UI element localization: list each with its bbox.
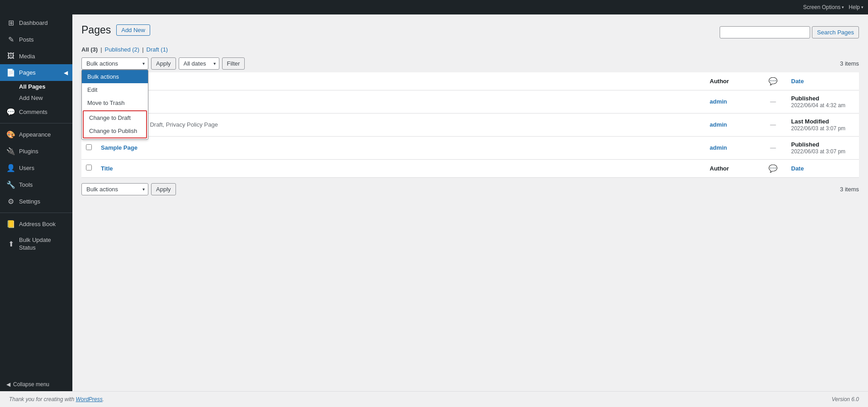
row-date-cell: Last Modified 2022/06/03 at 3:07 pm bbox=[787, 113, 859, 136]
row-comments-cell: — bbox=[759, 90, 787, 113]
add-new-button[interactable]: Add New bbox=[116, 24, 150, 36]
collapse-label: Collapse menu bbox=[13, 381, 49, 388]
dropdown-item-move-to-trash[interactable]: Move to Trash bbox=[82, 96, 148, 109]
comments-icon: 💬 bbox=[6, 108, 15, 116]
filter-link-draft[interactable]: Draft (1) bbox=[147, 46, 168, 53]
footer-checkbox-cell bbox=[81, 159, 96, 177]
screen-options-label: Screen Options bbox=[803, 4, 841, 10]
header-author: Author bbox=[705, 72, 759, 90]
sidebar-divider-2 bbox=[0, 213, 72, 213]
table-row: Privacy Policy — Draft, Privacy Policy P… bbox=[81, 113, 859, 136]
bulk-actions-dropdown: Bulk actions Edit Move to Trash Change t… bbox=[81, 70, 148, 140]
help-label: Help bbox=[849, 4, 860, 10]
comments-value: — bbox=[770, 144, 776, 151]
screen-options-button[interactable]: Screen Options ▾ bbox=[803, 4, 844, 10]
sidebar: ⊞ Dashboard ✎ Posts 🖼 Media 📄 Pages ◀ Al… bbox=[0, 14, 72, 391]
sidebar-item-plugins[interactable]: 🔌 Plugins bbox=[0, 143, 72, 160]
select-all-bottom-checkbox[interactable] bbox=[86, 165, 92, 170]
footer-thank-you: Thank you for creating with bbox=[9, 396, 74, 402]
pages-icon: 📄 bbox=[6, 68, 15, 77]
sidebar-item-media[interactable]: 🖼 Media bbox=[0, 48, 72, 64]
sidebar-item-posts[interactable]: ✎ Posts bbox=[0, 31, 72, 48]
footer-version: Version 6.0 bbox=[832, 396, 859, 402]
collapse-icon: ◀ bbox=[6, 381, 10, 388]
filter-link-published[interactable]: Published (2) bbox=[105, 46, 140, 53]
sidebar-item-settings[interactable]: ⚙ Settings bbox=[0, 193, 72, 210]
sidebar-item-label: Address Book bbox=[19, 221, 56, 227]
dropdown-item-edit[interactable]: Edit bbox=[82, 83, 148, 96]
table-header-row: Title Author 💬 Date bbox=[81, 72, 859, 90]
sidebar-item-label: Users bbox=[19, 165, 34, 171]
search-area: Search Pages bbox=[720, 26, 859, 38]
sidebar-item-label: Bulk Update Status bbox=[19, 237, 68, 252]
bottom-bulk-actions-select[interactable]: Bulk actions Edit Move to Trash Change t… bbox=[81, 183, 148, 195]
media-icon: 🖼 bbox=[6, 52, 15, 60]
sidebar-item-label: Pages bbox=[19, 69, 36, 76]
author-link[interactable]: admin bbox=[710, 98, 727, 105]
footer-date[interactable]: Date bbox=[787, 159, 859, 177]
row-author-cell: admin bbox=[705, 113, 759, 136]
filter-link-all[interactable]: All (3) bbox=[81, 46, 98, 53]
author-link[interactable]: admin bbox=[710, 121, 727, 128]
layout: ⊞ Dashboard ✎ Posts 🖼 Media 📄 Pages ◀ Al… bbox=[0, 14, 868, 391]
sidebar-item-bulk-update[interactable]: ⬆ Bulk Update Status bbox=[0, 232, 72, 256]
date-select[interactable]: All dates bbox=[179, 57, 219, 70]
sidebar-subitem-add-new[interactable]: Add New bbox=[0, 92, 72, 104]
search-input[interactable] bbox=[720, 26, 810, 38]
address-book-icon: 📒 bbox=[6, 220, 15, 228]
collapse-menu-button[interactable]: ◀ Collapse menu bbox=[0, 378, 72, 391]
bulk-actions-select[interactable]: Bulk actions Edit Move to Trash Change t… bbox=[81, 57, 148, 70]
settings-icon: ⚙ bbox=[6, 197, 15, 206]
sidebar-item-label: Posts bbox=[19, 36, 34, 43]
date-status: Published bbox=[791, 95, 819, 102]
posts-icon: ✎ bbox=[6, 35, 15, 44]
row-checkbox[interactable] bbox=[86, 144, 92, 150]
table-footer-row: Title Author 💬 Date bbox=[81, 159, 859, 177]
search-pages-button[interactable]: Search Pages bbox=[812, 26, 859, 38]
header-date[interactable]: Date bbox=[787, 72, 859, 90]
sidebar-item-label: Tools bbox=[19, 181, 33, 188]
pages-table: Title Author 💬 Date Hello world! bbox=[81, 72, 859, 178]
page-title-link[interactable]: Sample Page bbox=[101, 144, 138, 151]
bottom-apply-button[interactable]: Apply bbox=[151, 183, 176, 195]
sidebar-item-dashboard[interactable]: ⊞ Dashboard bbox=[0, 14, 72, 31]
row-author-cell: admin bbox=[705, 90, 759, 113]
dropdown-item-change-to-publish[interactable]: Change to Publish bbox=[84, 124, 146, 137]
row-title-cell: Sample Page bbox=[96, 136, 705, 159]
sidebar-item-users[interactable]: 👤 Users bbox=[0, 160, 72, 176]
sidebar-item-comments[interactable]: 💬 Comments bbox=[0, 104, 72, 120]
dropdown-item-change-to-draft[interactable]: Change to Draft bbox=[84, 111, 146, 124]
sidebar-subitem-all-pages[interactable]: All Pages bbox=[0, 81, 72, 92]
comment-bubble-icon-bottom: 💬 bbox=[768, 165, 778, 172]
table-row: Hello world! admin — Published 2022/06/0… bbox=[81, 90, 859, 113]
page-draft-label: — Draft, Privacy Policy Page bbox=[142, 121, 218, 128]
comment-bubble-icon: 💬 bbox=[768, 77, 778, 85]
sidebar-item-label: Plugins bbox=[19, 148, 38, 155]
footer-wp-link[interactable]: WordPress bbox=[76, 396, 102, 402]
screen-options-arrow-icon: ▾ bbox=[842, 5, 844, 9]
sidebar-item-tools[interactable]: 🔧 Tools bbox=[0, 176, 72, 193]
sidebar-item-appearance[interactable]: 🎨 Appearance bbox=[0, 126, 72, 143]
footer-title[interactable]: Title bbox=[96, 159, 705, 177]
sidebar-item-label: Dashboard bbox=[19, 19, 48, 26]
filter-links: All (3) | Published (2) | Draft (1) bbox=[81, 46, 859, 53]
comments-value: — bbox=[770, 121, 776, 128]
footer-comments: 💬 bbox=[759, 159, 787, 177]
row-date-cell: Published 2022/06/03 at 3:07 pm bbox=[787, 136, 859, 159]
sidebar-item-address-book[interactable]: 📒 Address Book bbox=[0, 216, 72, 232]
dropdown-item-bulk-actions[interactable]: Bulk actions bbox=[82, 70, 148, 83]
date-status: Published bbox=[791, 141, 819, 148]
author-link[interactable]: admin bbox=[710, 144, 727, 151]
header-title[interactable]: Title bbox=[96, 72, 705, 90]
top-apply-button[interactable]: Apply bbox=[151, 57, 176, 70]
main-content: Pages Add New Search Pages All (3) | Pub… bbox=[72, 14, 868, 391]
table-row: Sample Page admin — Published 2022/06/03… bbox=[81, 136, 859, 159]
filter-button[interactable]: Filter bbox=[222, 57, 245, 70]
top-toolbar: Bulk actions Edit Move to Trash Change t… bbox=[81, 57, 859, 70]
sidebar-item-pages[interactable]: 📄 Pages ◀ bbox=[0, 64, 72, 81]
plugins-icon: 🔌 bbox=[6, 147, 15, 156]
help-button[interactable]: Help ▾ bbox=[849, 4, 863, 10]
items-count-bottom: 3 items bbox=[840, 186, 859, 193]
row-title-cell: Hello world! bbox=[96, 90, 705, 113]
comments-value: — bbox=[770, 98, 776, 105]
